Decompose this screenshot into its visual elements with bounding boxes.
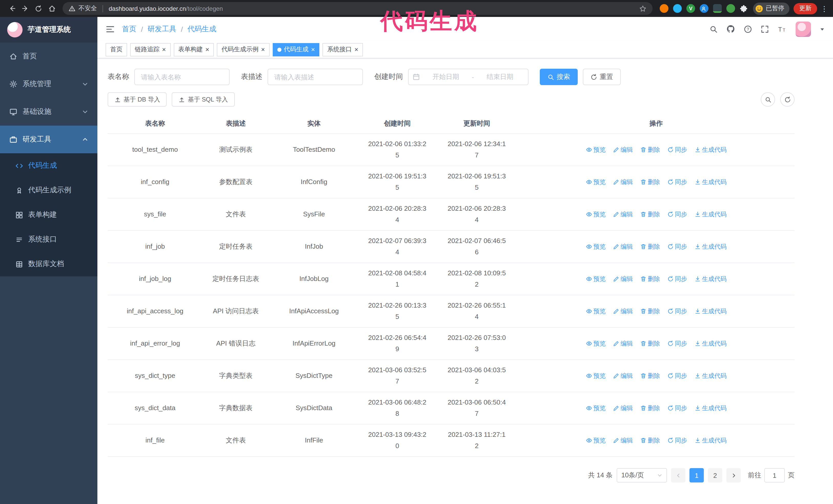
extension-icon-leaf[interactable]: [727, 4, 735, 13]
caret-down-icon[interactable]: [820, 26, 825, 31]
sync-link[interactable]: 同步: [667, 176, 687, 188]
browser-address-bar[interactable]: 不安全 dashboard.yudao.iocoder.cn/tool/code…: [63, 2, 652, 15]
edit-link[interactable]: 编辑: [613, 435, 633, 446]
sync-link[interactable]: 同步: [667, 273, 687, 285]
browser-update-button[interactable]: 更新: [793, 3, 817, 14]
delete-link[interactable]: 删除: [640, 144, 660, 155]
next-page-button[interactable]: [727, 468, 741, 482]
import-db-button[interactable]: 基于 DB 导入: [108, 92, 167, 106]
preview-link[interactable]: 预览: [586, 370, 606, 381]
prev-page-button[interactable]: [671, 468, 685, 482]
reset-button[interactable]: 重置: [583, 69, 621, 85]
sidebar-item-infrastructure[interactable]: 基础设施: [0, 98, 97, 126]
close-icon[interactable]: ×: [205, 46, 209, 53]
generate-code-link[interactable]: 生成代码: [694, 209, 727, 220]
fullscreen-icon[interactable]: [761, 25, 769, 33]
generate-code-link[interactable]: 生成代码: [694, 176, 727, 188]
preview-link[interactable]: 预览: [586, 144, 606, 155]
extensions-puzzle-icon[interactable]: [740, 4, 748, 13]
toggle-search-button[interactable]: [761, 92, 775, 106]
generate-code-link[interactable]: 生成代码: [694, 435, 727, 446]
sidebar-toggle-icon[interactable]: [105, 24, 115, 33]
help-icon[interactable]: ?: [744, 25, 752, 33]
generate-code-link[interactable]: 生成代码: [694, 241, 727, 252]
breadcrumb-dev-tools[interactable]: 研发工具: [148, 24, 176, 33]
sync-link[interactable]: 同步: [667, 209, 687, 220]
generate-code-link[interactable]: 生成代码: [694, 370, 727, 381]
github-icon[interactable]: [727, 25, 735, 33]
sync-link[interactable]: 同步: [667, 144, 687, 155]
close-icon[interactable]: ×: [355, 46, 358, 53]
edit-link[interactable]: 编辑: [613, 209, 633, 220]
close-icon[interactable]: ×: [162, 46, 166, 53]
edit-link[interactable]: 编辑: [613, 370, 633, 381]
preview-link[interactable]: 预览: [586, 306, 606, 317]
generate-code-link[interactable]: 生成代码: [694, 144, 727, 155]
extension-icon-green-v[interactable]: V: [686, 4, 695, 13]
tab-codegen-example[interactable]: 代码生成示例×: [217, 43, 269, 56]
preview-link[interactable]: 预览: [586, 273, 606, 285]
sync-link[interactable]: 同步: [667, 435, 687, 446]
user-avatar[interactable]: [795, 21, 811, 37]
preview-link[interactable]: 预览: [586, 338, 606, 349]
close-icon[interactable]: ×: [311, 46, 315, 53]
sidebar-item-system-management[interactable]: 系统管理: [0, 70, 97, 98]
page-button-1[interactable]: 1: [689, 468, 704, 482]
delete-link[interactable]: 删除: [640, 273, 660, 285]
extension-icon-people[interactable]: [700, 4, 709, 13]
preview-link[interactable]: 预览: [586, 403, 606, 414]
delete-link[interactable]: 删除: [640, 306, 660, 317]
sidebar-item-system-api[interactable]: 系统接口: [0, 227, 97, 252]
search-icon[interactable]: [710, 25, 718, 33]
preview-link[interactable]: 预览: [586, 241, 606, 252]
sidebar-item-codegen[interactable]: 代码生成: [0, 153, 97, 178]
delete-link[interactable]: 删除: [640, 370, 660, 381]
browser-menu-kebab-icon[interactable]: ⋮: [821, 4, 828, 13]
delete-link[interactable]: 删除: [640, 435, 660, 446]
close-icon[interactable]: ×: [261, 46, 265, 53]
tab-form-builder[interactable]: 表单构建×: [173, 43, 214, 56]
goto-page-input[interactable]: [764, 468, 785, 482]
tab-home[interactable]: 首页: [105, 43, 127, 56]
browser-forward-button[interactable]: [19, 2, 32, 15]
tab-system-api[interactable]: 系统接口×: [323, 43, 363, 56]
preview-link[interactable]: 预览: [586, 435, 606, 446]
table-name-input[interactable]: [134, 69, 230, 85]
browser-reload-button[interactable]: [32, 2, 45, 15]
sync-link[interactable]: 同步: [667, 306, 687, 317]
sync-link[interactable]: 同步: [667, 338, 687, 349]
delete-link[interactable]: 删除: [640, 338, 660, 349]
sidebar-item-db-docs[interactable]: 数据库文档: [0, 252, 97, 277]
delete-link[interactable]: 删除: [640, 176, 660, 188]
tab-tracing[interactable]: 链路追踪×: [130, 43, 170, 56]
extension-icon-dark-green[interactable]: [713, 4, 722, 13]
delete-link[interactable]: 删除: [640, 403, 660, 414]
edit-link[interactable]: 编辑: [613, 306, 633, 317]
generate-code-link[interactable]: 生成代码: [694, 273, 727, 285]
tab-codegen[interactable]: 代码生成×: [273, 43, 319, 56]
preview-link[interactable]: 预览: [586, 209, 606, 220]
generate-code-link[interactable]: 生成代码: [694, 306, 727, 317]
edit-link[interactable]: 编辑: [613, 403, 633, 414]
edit-link[interactable]: 编辑: [613, 241, 633, 252]
sidebar-item-codegen-example[interactable]: 代码生成示例: [0, 178, 97, 202]
edit-link[interactable]: 编辑: [613, 176, 633, 188]
sync-link[interactable]: 同步: [667, 241, 687, 252]
bookmark-star-icon[interactable]: [639, 5, 646, 12]
browser-back-button[interactable]: [5, 2, 19, 15]
import-sql-button[interactable]: 基于 SQL 导入: [172, 92, 235, 106]
date-range-picker[interactable]: 开始日期 - 结束日期: [408, 69, 528, 85]
generate-code-link[interactable]: 生成代码: [694, 338, 727, 349]
edit-link[interactable]: 编辑: [613, 144, 633, 155]
page-size-select[interactable]: 10条/页: [617, 468, 667, 482]
font-size-icon[interactable]: TT: [778, 25, 787, 33]
delete-link[interactable]: 删除: [640, 241, 660, 252]
breadcrumb-home[interactable]: 首页: [122, 24, 136, 33]
edit-link[interactable]: 编辑: [613, 273, 633, 285]
generate-code-link[interactable]: 生成代码: [694, 403, 727, 414]
browser-home-button[interactable]: [45, 2, 58, 15]
delete-link[interactable]: 删除: [640, 209, 660, 220]
search-button[interactable]: 搜索: [540, 69, 578, 85]
sidebar-item-home[interactable]: 首页: [0, 43, 97, 70]
sidebar-item-form-builder[interactable]: 表单构建: [0, 202, 97, 227]
